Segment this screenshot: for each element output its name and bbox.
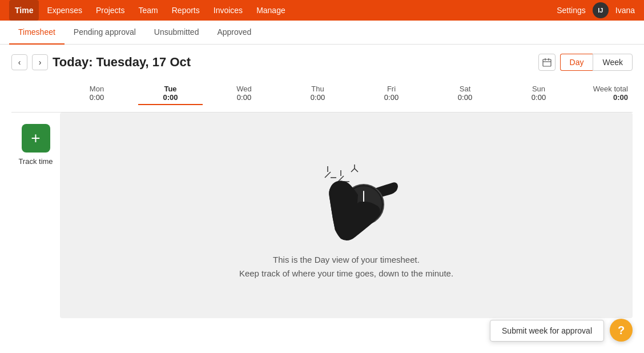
week-total: Week total 0:00 (575, 82, 633, 107)
track-time-label: Track time (18, 157, 53, 166)
week-total-hours: 0:00 (580, 93, 628, 102)
tab-pending-approval[interactable]: Pending approval (65, 21, 145, 45)
tab-unsubmitted[interactable]: Unsubmitted (145, 21, 208, 45)
main-content: ‹ › Today: Tuesday, 17 Oct Day Week Mon (0, 45, 644, 327)
svg-line-16 (351, 169, 355, 172)
timesheet-area: + Track time (11, 113, 633, 318)
day-thu[interactable]: Thu 0:00 (281, 82, 355, 107)
day-sun-hours: 0:00 (506, 93, 571, 102)
date-navigation: ‹ › Today: Tuesday, 17 Oct Day Week (11, 54, 633, 71)
day-view-button[interactable]: Day (560, 54, 593, 71)
avatar[interactable]: IJ (593, 2, 609, 18)
nav-item-team[interactable]: Team (133, 0, 164, 21)
view-controls: Day Week (538, 54, 633, 71)
week-total-label: Week total (580, 85, 628, 93)
sub-navigation: Timesheet Pending approval Unsubmitted A… (0, 21, 644, 45)
day-mon-hours: 0:00 (65, 93, 129, 102)
nav-item-expenses[interactable]: Expenses (41, 0, 87, 21)
view-toggle: Day Week (560, 54, 633, 71)
nav-item-reports[interactable]: Reports (166, 0, 206, 21)
submit-week-button[interactable]: Submit week for approval (490, 320, 604, 342)
day-wed-hours: 0:00 (212, 93, 276, 102)
day-thu-hours: 0:00 (285, 93, 350, 102)
day-tue[interactable]: Tue 0:00 (134, 82, 207, 107)
svg-rect-0 (543, 59, 551, 66)
day-tue-hours: 0:00 (138, 93, 203, 105)
day-thu-name: Thu (285, 85, 350, 93)
settings-link[interactable]: Settings (557, 6, 586, 15)
day-fri-hours: 0:00 (359, 93, 424, 102)
next-arrow[interactable]: › (32, 54, 48, 70)
clock-illustration (289, 150, 404, 253)
user-name[interactable]: Ivana (615, 6, 635, 15)
date-title: Today: Tuesday, 17 Oct (53, 55, 191, 70)
prev-arrow[interactable]: ‹ (11, 54, 27, 70)
nav-item-time[interactable]: Time (9, 0, 39, 21)
tab-approved[interactable]: Approved (208, 21, 260, 45)
tab-timesheet[interactable]: Timesheet (9, 21, 65, 45)
empty-state-text: This is the Day view of your timesheet. … (239, 253, 453, 280)
add-time-button[interactable]: + (22, 124, 50, 153)
nav-item-invoices[interactable]: Invoices (208, 0, 248, 21)
day-fri-name: Fri (359, 85, 424, 93)
day-tue-name: Tue (138, 85, 203, 93)
day-fri[interactable]: Fri 0:00 (355, 82, 428, 107)
empty-state-line1: This is the Day view of your timesheet. (239, 253, 453, 267)
svg-line-17 (355, 169, 358, 172)
date-nav-left: ‹ › Today: Tuesday, 17 Oct (11, 54, 191, 70)
top-navigation: Time Expenses Projects Team Reports Invo… (0, 0, 644, 21)
empty-state-line2: Keep track of where your time goes, down… (239, 267, 453, 280)
nav-item-projects[interactable]: Projects (90, 0, 131, 21)
week-view-button[interactable]: Week (593, 54, 633, 71)
svg-line-4 (325, 172, 331, 178)
day-sat-hours: 0:00 (433, 93, 497, 102)
empty-state: This is the Day view of your timesheet. … (60, 113, 633, 318)
nav-item-manage[interactable]: Manage (251, 0, 291, 21)
week-row: Mon 0:00 Tue 0:00 Wed 0:00 Thu 0:00 Fri … (11, 82, 633, 113)
day-sat-name: Sat (433, 85, 497, 93)
day-wed-name: Wed (212, 85, 276, 93)
help-button[interactable]: ? (610, 319, 633, 342)
day-sun[interactable]: Sun 0:00 (502, 82, 575, 107)
nav-items-left: Time Expenses Projects Team Reports Invo… (9, 0, 291, 21)
day-mon-name: Mon (65, 85, 129, 93)
day-sun-name: Sun (506, 85, 571, 93)
day-wed[interactable]: Wed 0:00 (207, 82, 281, 107)
calendar-icon[interactable] (538, 54, 556, 71)
track-time-column: + Track time (11, 113, 60, 318)
day-sat[interactable]: Sat 0:00 (428, 82, 502, 107)
nav-items-right: Settings IJ Ivana (557, 2, 635, 18)
day-mon[interactable]: Mon 0:00 (60, 82, 134, 107)
